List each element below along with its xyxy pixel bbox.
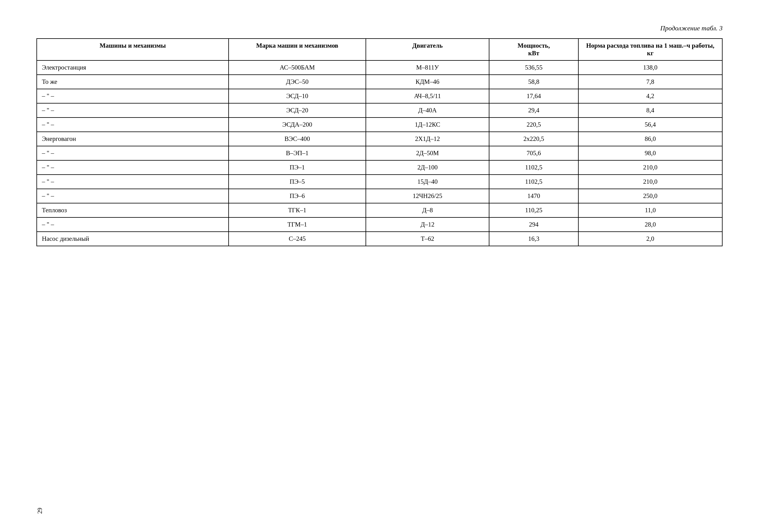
cell-power: 1470 xyxy=(489,189,579,203)
page-number: 29 xyxy=(36,508,43,514)
table-row: ЭнерговагонВЭС–4002Х1Д–122х220,586,0 xyxy=(37,132,722,146)
cell-norm: 8,4 xyxy=(579,103,722,117)
cell-norm: 2,0 xyxy=(579,232,722,246)
cell-brand: ПЭ–5 xyxy=(229,175,366,189)
header-engine: Двигатель xyxy=(366,39,489,61)
cell-engine: 15Д–40 xyxy=(366,175,489,189)
cell-norm: 210,0 xyxy=(579,175,722,189)
cell-brand: ВЭС–400 xyxy=(229,132,366,146)
cell-brand: В–ЭП–1 xyxy=(229,146,366,160)
cell-engine: 12ЧН26/25 xyxy=(366,189,489,203)
page: Продолжение табл. 3 Машины и механизмы М… xyxy=(0,0,759,532)
cell-engine: М–811У xyxy=(366,61,489,75)
cell-brand: С–245 xyxy=(229,232,366,246)
cell-norm: 86,0 xyxy=(579,132,722,146)
cell-brand: ПЭ–1 xyxy=(229,160,366,175)
cell-power: 58,8 xyxy=(489,75,579,89)
cell-power: 536,55 xyxy=(489,61,579,75)
table-row: – " –ПЭ–12Д–1001102,5210,0 xyxy=(37,160,722,175)
table-row: ЭлектростанцияАС–500БАММ–811У536,55138,0 xyxy=(37,61,722,75)
cell-engine: 1Д–12КС xyxy=(366,117,489,132)
cell-power: 220,5 xyxy=(489,117,579,132)
cell-engine: КДМ–46 xyxy=(366,75,489,89)
cell-norm: 7,8 xyxy=(579,75,722,89)
cell-engine: 2Д–100 xyxy=(366,160,489,175)
cell-power: 705,6 xyxy=(489,146,579,160)
table-row: То жеДЭС–50КДМ–4658,87,8 xyxy=(37,75,722,89)
cell-power: 294 xyxy=(489,218,579,232)
cell-power: 110,25 xyxy=(489,203,579,218)
cell-norm: 138,0 xyxy=(579,61,722,75)
continuation-label: Продолжение табл. 3 xyxy=(36,24,723,32)
cell-engine: 2Х1Д–12 xyxy=(366,132,489,146)
cell-norm: 98,0 xyxy=(579,146,722,160)
cell-power: 29,4 xyxy=(489,103,579,117)
cell-brand: ТГМ–1 xyxy=(229,218,366,232)
cell-brand: ДЭС–50 xyxy=(229,75,366,89)
cell-engine: Т–62 xyxy=(366,232,489,246)
cell-machine: – " – xyxy=(37,89,229,103)
cell-brand: ЭСД–10 xyxy=(229,89,366,103)
table-row: – " –ПЭ–612ЧН26/251470250,0 xyxy=(37,189,722,203)
table-row: – " –ЭСДА–2001Д–12КС220,556,4 xyxy=(37,117,722,132)
cell-norm: 250,0 xyxy=(579,189,722,203)
table-header-row: Машины и механизмы Марка машин и механиз… xyxy=(37,39,722,61)
cell-machine: – " – xyxy=(37,160,229,175)
header-brand: Марка машин и механизмов xyxy=(229,39,366,61)
cell-norm: 210,0 xyxy=(579,160,722,175)
main-table: Машины и механизмы Марка машин и механиз… xyxy=(36,38,723,246)
table-row: Насос дизельныйС–245Т–6216,32,0 xyxy=(37,232,722,246)
cell-machine: Насос дизельный xyxy=(37,232,229,246)
cell-brand: ПЭ–6 xyxy=(229,189,366,203)
cell-power: 16,3 xyxy=(489,232,579,246)
header-power: Мощность,кВт xyxy=(489,39,579,61)
cell-engine: 2Д–50М xyxy=(366,146,489,160)
table-row: – " –В–ЭП–12Д–50М705,698,0 xyxy=(37,146,722,160)
cell-engine: Д–12 xyxy=(366,218,489,232)
header-machines: Машины и механизмы xyxy=(37,39,229,61)
header-norm: Норма расхода топлива на 1 маш.–ч работы… xyxy=(579,39,722,61)
cell-machine: Энерговагон xyxy=(37,132,229,146)
cell-power: 1102,5 xyxy=(489,175,579,189)
cell-power: 2х220,5 xyxy=(489,132,579,146)
cell-machine: – " – xyxy=(37,189,229,203)
cell-machine: Тепловоз xyxy=(37,203,229,218)
cell-machine: – " – xyxy=(37,146,229,160)
cell-machine: – " – xyxy=(37,103,229,117)
table-row: – " –ЭСД–10АЧ–8,5/1117,644,2 xyxy=(37,89,722,103)
table-row: ТепловозТГК–1Д–8110,2511,0 xyxy=(37,203,722,218)
cell-brand: ЭСД–20 xyxy=(229,103,366,117)
cell-engine: Д–8 xyxy=(366,203,489,218)
table-body: ЭлектростанцияАС–500БАММ–811У536,55138,0… xyxy=(37,61,722,246)
cell-brand: ЭСДА–200 xyxy=(229,117,366,132)
cell-machine: – " – xyxy=(37,117,229,132)
cell-machine: – " – xyxy=(37,175,229,189)
cell-engine: Д–40А xyxy=(366,103,489,117)
cell-power: 1102,5 xyxy=(489,160,579,175)
cell-brand: АС–500БАМ xyxy=(229,61,366,75)
table-row: – " –ПЭ–515Д–401102,5210,0 xyxy=(37,175,722,189)
cell-norm: 11,0 xyxy=(579,203,722,218)
cell-machine: – " – xyxy=(37,218,229,232)
cell-power: 17,64 xyxy=(489,89,579,103)
cell-norm: 28,0 xyxy=(579,218,722,232)
cell-brand: ТГК–1 xyxy=(229,203,366,218)
cell-machine: То же xyxy=(37,75,229,89)
cell-norm: 4,2 xyxy=(579,89,722,103)
table-row: – " –ЭСД–20Д–40А29,48,4 xyxy=(37,103,722,117)
cell-engine: АЧ–8,5/11 xyxy=(366,89,489,103)
table-row: – " –ТГМ–1Д–1229428,0 xyxy=(37,218,722,232)
cell-machine: Электростанция xyxy=(37,61,229,75)
cell-norm: 56,4 xyxy=(579,117,722,132)
